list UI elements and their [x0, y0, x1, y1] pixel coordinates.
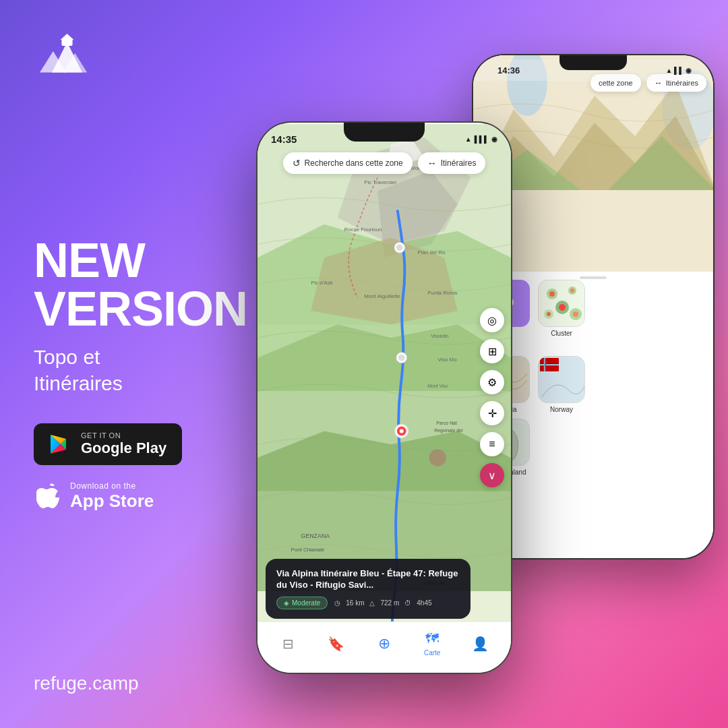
- phones-container: 14:36 ▲ ▌▌ ◉ cette zone ↔ Itinéraires: [229, 54, 728, 674]
- tab-profile-icon: 👤: [472, 636, 489, 652]
- svg-text:Pic d'Asti: Pic d'Asti: [311, 280, 333, 286]
- svg-rect-32: [545, 358, 546, 371]
- drag-handle: [580, 276, 607, 279]
- svg-point-21: [547, 312, 551, 316]
- website-url: refuge.camp: [34, 673, 139, 694]
- search-pill-1[interactable]: ↺ Recherche dans cette zone: [283, 152, 413, 174]
- location-button[interactable]: ◎: [480, 308, 504, 332]
- svg-point-19: [570, 289, 574, 293]
- search-bar-row: ↺ Recherche dans cette zone ↔ Itinéraire…: [257, 152, 511, 174]
- tile-norway[interactable]: Norway: [538, 356, 585, 413]
- front-status-time: 14:35: [271, 133, 297, 145]
- google-play-icon: [47, 432, 71, 456]
- reload-icon: ↺: [293, 158, 301, 169]
- headline-line2: VERSION: [34, 282, 247, 336]
- app-container: NEW VERSION Topo etItinéraires: [0, 0, 728, 728]
- front-status-icons: ▲ ▌▌▌ ◉: [465, 135, 497, 143]
- tab-bookmarks-icon: 🔖: [328, 636, 344, 652]
- svg-text:Rocce Fourioun: Rocce Fourioun: [344, 226, 382, 233]
- svg-point-61: [398, 355, 405, 361]
- app-store-badge[interactable]: Download on the App Store: [34, 479, 182, 514]
- svg-text:Visolotto: Visolotto: [431, 334, 449, 338]
- left-content: NEW VERSION Topo etItinéraires: [34, 236, 236, 515]
- app-store-small-text: Download on the: [70, 481, 154, 491]
- search-pill-2[interactable]: ↔ Itinéraires: [418, 152, 486, 174]
- app-logo: [34, 27, 94, 88]
- svg-marker-4: [61, 34, 74, 40]
- difficulty-badge: ◈ Moderate: [276, 597, 328, 609]
- tab-bookmarks[interactable]: 🔖: [320, 636, 353, 652]
- tiles-row-nz: New Zealand: [483, 419, 704, 476]
- tiles-row-1: 3D 3D: [483, 280, 704, 337]
- difficulty-text: Moderate: [292, 599, 320, 607]
- search-pill-1-text: Recherche dans cette zone: [305, 158, 403, 168]
- app-store-big-text: App Store: [70, 491, 154, 512]
- stack-button[interactable]: ≡: [480, 432, 504, 456]
- svg-text:Punta Roma: Punta Roma: [427, 290, 458, 296]
- tab-map-icon: 🗺: [425, 631, 439, 646]
- svg-text:GENZANA: GENZANA: [301, 533, 330, 539]
- google-play-text: GET IT ON Google Play: [81, 431, 166, 457]
- google-play-small-text: GET IT ON: [81, 431, 166, 439]
- elevation: 722 m: [380, 599, 399, 607]
- svg-text:Regionale del: Regionale del: [434, 428, 463, 433]
- svg-point-22: [573, 311, 578, 317]
- elevation-icon: △: [369, 599, 375, 607]
- settings-button[interactable]: ⚙: [480, 370, 504, 394]
- tab-map-label: Carte: [424, 649, 440, 657]
- search-pill-2-text: Itinéraires: [441, 158, 477, 168]
- tab-map[interactable]: 🗺 Carte: [415, 631, 449, 657]
- crosshair-button[interactable]: ✛: [480, 401, 504, 425]
- tab-routes-icon: ⊟: [282, 636, 294, 652]
- tab-add[interactable]: ⊕: [367, 635, 401, 653]
- svg-text:Pian del Ro: Pian del Ro: [417, 249, 445, 255]
- svg-text:Pont Chianale: Pont Chianale: [291, 547, 324, 553]
- route-card: Via Alpina Itinéraire Bleu - Étape 47: R…: [266, 559, 471, 619]
- duration: 4h45: [417, 599, 431, 607]
- subtitle: Topo etItinéraires: [34, 344, 236, 396]
- phone-front: Pic Traversier Mont Granero Rocce Fourio…: [256, 121, 512, 674]
- google-play-big-text: Google Play: [81, 439, 166, 457]
- svg-point-59: [396, 244, 403, 251]
- svg-text:Pic Traversier: Pic Traversier: [364, 179, 397, 185]
- tab-routes[interactable]: ⊟: [272, 636, 305, 652]
- layers-button[interactable]: ⊞: [480, 339, 504, 363]
- svg-point-18: [549, 291, 555, 297]
- svg-text:Mont Viso: Mont Viso: [427, 384, 448, 388]
- tab-bar: ⊟ 🔖 ⊕ 🗺 Carte 👤: [257, 621, 511, 673]
- chevron-down-button[interactable]: ∨: [480, 463, 504, 487]
- store-badges: GET IT ON Google Play Download on the Ap…: [34, 423, 236, 515]
- svg-text:Mont Aiguillette: Mont Aiguillette: [364, 293, 400, 299]
- headline-line1: NEW: [34, 233, 145, 287]
- apple-icon: [36, 483, 61, 511]
- front-phone-notch: [344, 123, 425, 142]
- svg-point-64: [400, 429, 404, 433]
- tab-add-icon: ⊕: [378, 635, 390, 653]
- front-phone-screen: Pic Traversier Mont Granero Rocce Fourio…: [257, 123, 511, 673]
- svg-point-65: [429, 450, 446, 466]
- route-title: Via Alpina Itinéraire Bleu - Étape 47: R…: [276, 568, 460, 591]
- distance-icon: ◷: [334, 599, 340, 607]
- tiles-row-countries: Austria: [483, 356, 704, 413]
- distance: 16 km: [346, 599, 364, 607]
- svg-point-20: [559, 304, 566, 311]
- tile-cluster[interactable]: Cluster: [538, 280, 585, 337]
- google-play-badge[interactable]: GET IT ON Google Play: [34, 423, 182, 465]
- route-meta: ◈ Moderate ◷ 16 km △ 722 m ⏱ 4h45: [276, 597, 460, 609]
- back-status-time: 14:36: [487, 65, 520, 75]
- svg-rect-30: [540, 363, 559, 365]
- headline: NEW VERSION: [34, 236, 236, 333]
- difficulty-icon: ◈: [284, 599, 289, 607]
- svg-text:Viso Mo: Viso Mo: [437, 357, 457, 363]
- route-icon: ↔: [427, 158, 437, 169]
- map-side-buttons: ◎ ⊞ ⚙ ✛ ≡ ∨: [480, 308, 504, 487]
- svg-text:Parco Nat: Parco Nat: [436, 421, 457, 425]
- tab-profile[interactable]: 👤: [463, 636, 497, 652]
- back-status-icons: ▲ ▌▌ ◉: [665, 67, 700, 74]
- section-label: iques: [483, 342, 704, 351]
- back-phone-notch: [559, 55, 627, 70]
- app-store-text: Download on the App Store: [70, 481, 154, 512]
- duration-icon: ⏱: [404, 599, 411, 607]
- route-stats: ◷ 16 km △ 722 m ⏱ 4h45: [334, 599, 431, 607]
